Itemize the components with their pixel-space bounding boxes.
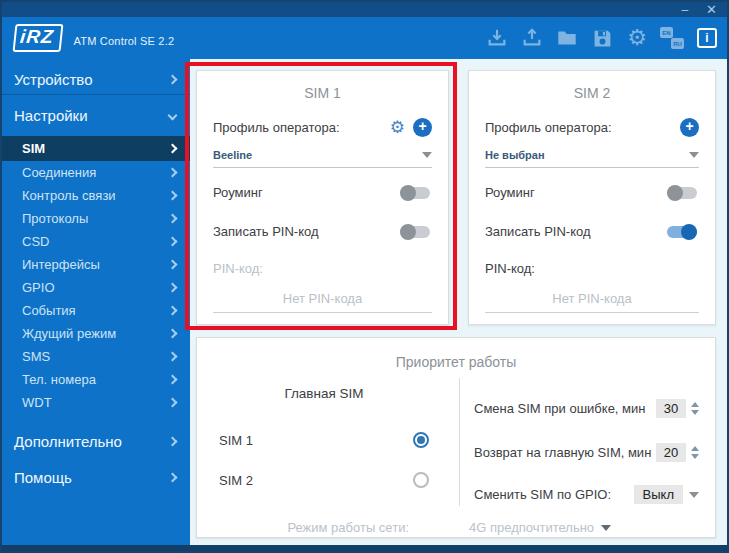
- priority-settings-column: Смена SIM при ошибке, мин 30 Возврат на …: [459, 378, 715, 506]
- chevron-right-icon: [168, 352, 178, 362]
- return-to-main-label: Возврат на главную SIM, мин: [474, 445, 651, 460]
- gpio-switch-dropdown[interactable]: Выкл: [634, 485, 699, 504]
- sidebar-item-events[interactable]: События: [2, 299, 190, 322]
- chevron-right-icon: [168, 168, 178, 178]
- switch-on-error-spinner[interactable]: 30: [656, 399, 699, 418]
- language-switch-icon[interactable]: EN RU: [660, 26, 684, 50]
- sidebar-item-label: Контроль связи: [22, 188, 116, 203]
- sidebar-item-help[interactable]: Помощь: [2, 462, 190, 493]
- sim2-operator-value: Не выбран: [485, 149, 545, 161]
- sim1-radio[interactable]: [413, 432, 429, 448]
- return-to-main-value: 20: [656, 443, 686, 462]
- chevron-down-icon: [168, 111, 178, 121]
- content-area: SIM 1 Профиль оператора: ⚙ + Beeline Роу…: [190, 59, 727, 545]
- sidebar-item-sms[interactable]: SMS: [2, 345, 190, 368]
- sidebar-item-link-control[interactable]: Контроль связи: [2, 184, 190, 207]
- titlebar: – ✕: [2, 2, 727, 17]
- sidebar-item-sim[interactable]: SIM: [2, 136, 190, 161]
- switch-on-error-value: 30: [656, 399, 686, 418]
- irz-logo: iRZ: [13, 24, 64, 52]
- sim2-roaming-toggle[interactable]: [667, 187, 697, 199]
- priority-panel: Приоритет работы Главная SIM SIM 1 SIM 2: [196, 337, 716, 538]
- app-title: ATM Control SE 2.2: [74, 35, 175, 47]
- return-to-main-spinner[interactable]: 20: [656, 443, 699, 462]
- network-mode-label: Режим работы сети:: [197, 520, 409, 535]
- sim2-roaming-label: Роуминг: [485, 185, 535, 200]
- sidebar-item-interfaces[interactable]: Интерфейсы: [2, 253, 190, 276]
- sidebar-item-label: Устройство: [14, 71, 92, 88]
- dropdown-arrow-icon: [601, 525, 611, 531]
- sidebar-item-advanced[interactable]: Дополнительно: [2, 426, 190, 457]
- sim2-option-label: SIM 2: [219, 473, 253, 488]
- chevron-right-icon: [168, 329, 178, 339]
- add-operator-profile-icon[interactable]: +: [680, 118, 699, 137]
- sidebar-item-wdt[interactable]: WDT: [2, 391, 190, 414]
- sim2-pin-input[interactable]: Нет PIN-кода: [485, 291, 699, 313]
- open-folder-icon[interactable]: [555, 26, 579, 50]
- chevron-right-icon: [168, 375, 178, 385]
- priority-title: Приоритет работы: [197, 354, 715, 370]
- sim2-operator-profile-label: Профиль оператора:: [485, 120, 612, 135]
- chevron-right-icon: [168, 237, 178, 247]
- sidebar-item-connections[interactable]: Соединения: [2, 161, 190, 184]
- switch-on-error-label: Смена SIM при ошибке, мин: [474, 401, 645, 416]
- sidebar-item-label: Помощь: [14, 469, 72, 486]
- network-mode-value: 4G предпочтительно: [469, 520, 594, 535]
- spinner-up-icon[interactable]: [691, 446, 699, 451]
- sim2-radio[interactable]: [413, 472, 429, 488]
- main-sim-header: Главная SIM: [219, 386, 429, 401]
- chevron-right-icon: [168, 191, 178, 201]
- sidebar-item-label: WDT: [22, 395, 52, 410]
- chevron-right-icon: [168, 260, 178, 270]
- main-area: Устройство Настройки SIM Соединения Конт…: [2, 59, 727, 545]
- chevron-right-icon: [168, 437, 178, 447]
- spinner-up-icon[interactable]: [691, 402, 699, 407]
- save-icon[interactable]: [590, 26, 614, 50]
- sidebar-item-phone-numbers[interactable]: Тел. номера: [2, 368, 190, 391]
- settings-gear-icon[interactable]: ⚙: [625, 26, 649, 50]
- minimize-button[interactable]: –: [681, 5, 688, 15]
- chevron-right-icon: [168, 473, 178, 483]
- sidebar-item-label: SIM: [22, 141, 45, 156]
- gpio-switch-value: Выкл: [634, 485, 683, 504]
- info-icon[interactable]: i: [695, 26, 719, 50]
- chevron-right-icon: [168, 306, 178, 316]
- sidebar-item-label: Тел. номера: [22, 372, 96, 387]
- app-header: iRZ ATM Control SE 2.2: [2, 17, 727, 59]
- sidebar-item-label: Протоколы: [22, 211, 88, 226]
- dropdown-arrow-icon: [689, 152, 699, 158]
- spinner-down-icon[interactable]: [691, 454, 699, 459]
- sidebar-item-protocols[interactable]: Протоколы: [2, 207, 190, 230]
- sim2-write-pin-label: Записать PIN-код: [485, 224, 591, 239]
- sidebar-item-label: Настройки: [14, 107, 88, 124]
- sidebar-item-device[interactable]: Устройство: [2, 64, 190, 95]
- network-mode-dropdown[interactable]: 4G предпочтительно: [469, 520, 611, 535]
- sidebar-item-label: GPIO: [22, 280, 55, 295]
- sim2-title: SIM 2: [485, 85, 699, 101]
- chevron-right-icon: [168, 214, 178, 224]
- chevron-right-icon: [168, 74, 178, 84]
- sidebar-item-label: Ждущий режим: [22, 326, 116, 341]
- sidebar-item-label: Интерфейсы: [22, 257, 100, 272]
- sidebar-item-label: Соединения: [22, 165, 96, 180]
- sidebar-item-gpio[interactable]: GPIO: [2, 276, 190, 299]
- highlight-rectangle: [185, 62, 457, 330]
- sidebar: Устройство Настройки SIM Соединения Конт…: [2, 59, 190, 545]
- sidebar-item-settings[interactable]: Настройки: [2, 100, 190, 131]
- spinner-down-icon[interactable]: [691, 410, 699, 415]
- sidebar-item-label: Дополнительно: [14, 433, 122, 450]
- chevron-right-icon: [168, 144, 178, 154]
- toolbar: ⚙ EN RU i: [485, 17, 719, 59]
- sim1-option-label: SIM 1: [219, 433, 253, 448]
- gpio-switch-label: Сменить SIM по GPIO:: [474, 487, 611, 502]
- sidebar-item-standby[interactable]: Ждущий режим: [2, 322, 190, 345]
- close-button[interactable]: ✕: [706, 5, 717, 15]
- upload-icon[interactable]: [520, 26, 544, 50]
- download-icon[interactable]: [485, 26, 509, 50]
- sim2-pin-label: PIN-код:: [485, 261, 699, 276]
- sim2-write-pin-toggle[interactable]: [667, 226, 697, 238]
- main-sim-column: Главная SIM SIM 1 SIM 2: [197, 378, 459, 506]
- window-bottom-border: [2, 545, 727, 551]
- sidebar-item-csd[interactable]: CSD: [2, 230, 190, 253]
- sim2-operator-select[interactable]: Не выбран: [485, 149, 699, 168]
